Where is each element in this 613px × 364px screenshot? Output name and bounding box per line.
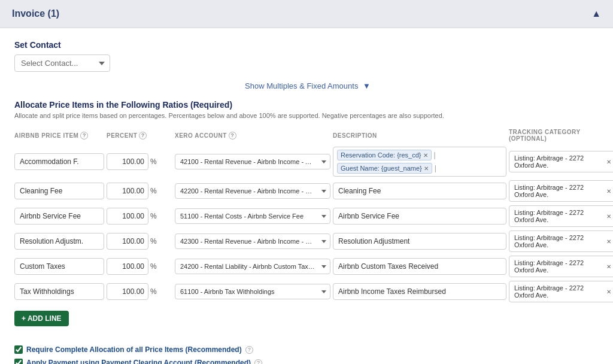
percent-input[interactable] [107,233,148,250]
percent-input[interactable] [107,183,148,199]
apply-payment-clearing-checkbox[interactable] [14,359,23,364]
percent-input[interactable] [107,208,148,225]
xero-account-select[interactable]: 51100 - Rental Costs - Airbnb Service Fe… [175,208,330,224]
apply-payment-clearing-label[interactable]: Apply Payment using Payment Clearing Acc… [26,359,251,364]
tracking-col: Listing: Arbitrage - 2272 Oxford Ave. ✕ [509,180,613,202]
xero-account-select[interactable]: 42200 - Rental Revenue - Airbnb Income -… [175,183,330,199]
invoice-title: Invoice (1) [12,8,59,19]
require-complete-allocation-checkbox[interactable] [14,345,23,354]
tracking-tag[interactable]: Listing: Arbitrage - 2272 Oxford Ave. ✕ [509,205,613,227]
tracking-tag[interactable]: Listing: Arbitrage - 2272 Oxford Ave. ✕ [509,281,613,302]
pipe-separator-2: | [435,164,436,172]
allocate-title: Allocate Price Items in the Following Ra… [14,100,599,110]
xero-account-select[interactable]: 42300 - Rental Revenue - Airbnb Income -… [175,233,330,249]
chevron-down-icon: ▼ [363,81,371,90]
tracking-tag[interactable]: Listing: Arbitrage - 2272 Oxford Ave. ✕ [509,180,613,202]
percent-wrap: % [107,153,172,170]
percent-input[interactable] [107,258,148,275]
xero-account-info-icon[interactable]: ? [229,132,236,139]
price-item-label: Tax Withholdings [14,283,104,300]
price-item-label: Accommodation F. [14,153,104,170]
tracking-tag[interactable]: Listing: Arbitrage - 2272 Oxford Ave. ✕ [509,230,613,252]
col-tracking-category: TRACKING CATEGORY (OPTIONAL) [509,129,613,142]
xero-account-select[interactable]: 61100 - Airbnb Tax Withholdings [175,284,330,299]
invoice-header: Invoice (1) ▲ [0,0,613,28]
table-header: AIRBNB PRICE ITEM ? PERCENT ? XERO ACCOU… [14,126,599,144]
percent-wrap: % [107,258,172,275]
select-contact-dropdown[interactable]: Select Contact... [14,54,110,72]
col-airbnb-price-item: AIRBNB PRICE ITEM ? [14,129,104,142]
tracking-tag[interactable]: Listing: Arbitrage - 2272 Oxford Ave. ✕ [509,256,613,277]
percent-input[interactable] [107,283,148,300]
percent-symbol: % [150,262,157,271]
price-item-label: Cleaning Fee [14,183,104,199]
guest-name-remove-btn[interactable]: ✕ [424,165,429,172]
description-input[interactable] [333,283,506,300]
tracking-col: Listing: Arbitrage - 2272 Oxford Ave. ✕ [509,151,613,172]
tracking-tag[interactable]: Listing: Arbitrage - 2272 Oxford Ave. ✕ [509,151,613,172]
tracking-remove-btn[interactable]: ✕ [606,213,611,220]
checkbox-row-1: Require Complete Allocation of all Price… [14,345,599,354]
description-input[interactable] [333,233,506,250]
add-line-button[interactable]: + ADD LINE [14,311,69,326]
tracking-remove-btn[interactable]: ✕ [606,159,611,165]
percent-symbol: % [150,157,157,166]
tracking-remove-btn[interactable]: ✕ [606,188,611,195]
percent-symbol: % [150,287,157,296]
table-row: Airbnb Service Fee % 51100 - Rental Cost… [14,205,599,227]
pipe-separator: | [434,151,436,159]
chevron-up-icon[interactable]: ▲ [591,8,601,19]
description-input[interactable] [333,208,506,225]
col-description: DESCRIPTION [333,129,506,142]
checkbox2-info-icon[interactable]: ? [254,359,262,365]
xero-account-select[interactable]: 24200 - Rental Liability - Airbnb Custom… [175,259,330,274]
page-wrapper: Invoice (1) ▲ Set Contact Select Contact… [0,0,613,364]
set-contact-section: Set Contact Select Contact... [14,40,599,72]
percent-symbol: % [150,237,157,245]
price-item-label: Resolution Adjustm. [14,233,104,250]
allocate-subtitle: Allocate and split price items based on … [14,112,599,119]
table-row: Custom Taxes % 24200 - Rental Liability … [14,256,599,277]
guest-name-tag[interactable]: Guest Name: {guest_name} ✕ [337,163,432,174]
col-xero-account: XERO ACCOUNT ? [175,129,330,142]
col-percent: PERCENT ? [107,129,172,142]
checkboxes-section: Require Complete Allocation of all Price… [14,345,599,364]
table-row: Cleaning Fee % 42200 - Rental Revenue - … [14,180,599,202]
percent-input[interactable] [107,153,148,170]
table-row: Tax Withholdings % 61100 - Airbnb Tax Wi… [14,281,599,302]
require-complete-allocation-label[interactable]: Require Complete Allocation of all Price… [26,345,242,354]
tracking-col: Listing: Arbitrage - 2272 Oxford Ave. ✕ [509,256,613,277]
xero-account-select[interactable]: 42100 - Rental Revenue - Airbnb Income -… [175,154,330,169]
description-input[interactable] [333,183,506,199]
checkbox1-info-icon[interactable]: ? [245,346,253,354]
tracking-col: Listing: Arbitrage - 2272 Oxford Ave. ✕ [509,205,613,227]
allocate-section: Allocate Price Items in the Following Ra… [14,100,599,364]
percent-wrap: % [107,283,172,300]
tracking-remove-btn[interactable]: ✕ [606,263,611,270]
percent-wrap: % [107,233,172,250]
percent-symbol: % [150,212,157,220]
tracking-col: Listing: Arbitrage - 2272 Oxford Ave. ✕ [509,230,613,252]
airbnb-price-item-info-icon[interactable]: ? [80,132,88,139]
set-contact-label: Set Contact [14,40,599,50]
tracking-remove-btn[interactable]: ✕ [606,238,611,245]
table-row: Accommodation F. % 42100 - Rental Revenu… [14,147,599,177]
percent-info-icon[interactable]: ? [139,132,147,139]
percent-wrap: % [107,183,172,199]
description-field[interactable]: Reservation Code: {res_cd} ✕ | Guest Nam… [333,147,506,177]
percent-wrap: % [107,208,172,225]
checkbox-row-2: Apply Payment using Payment Clearing Acc… [14,359,599,364]
description-input[interactable] [333,258,506,275]
tracking-remove-btn[interactable]: ✕ [606,289,611,295]
res-code-remove-btn[interactable]: ✕ [423,152,428,159]
main-content: Set Contact Select Contact... Show Multi… [0,28,613,364]
show-multiples-link[interactable]: Show Multiples & Fixed Amounts ▼ [14,81,599,90]
res-code-tag[interactable]: Reservation Code: {res_cd} ✕ [337,150,432,160]
tracking-col: Listing: Arbitrage - 2272 Oxford Ave. ✕ [509,281,613,302]
price-item-label: Custom Taxes [14,258,104,275]
percent-symbol: % [150,187,157,195]
table-row: Resolution Adjustm. % 42300 - Rental Rev… [14,230,599,252]
price-item-label: Airbnb Service Fee [14,208,104,225]
